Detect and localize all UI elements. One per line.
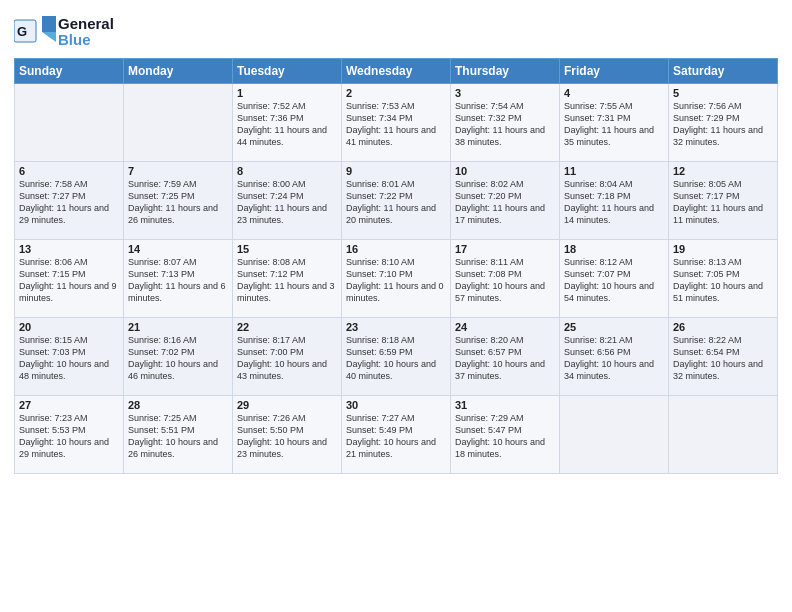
calendar-cell: 12Sunrise: 8:05 AM Sunset: 7:17 PM Dayli…	[669, 162, 778, 240]
cell-content: Sunrise: 7:59 AM Sunset: 7:25 PM Dayligh…	[128, 178, 228, 227]
cell-content: Sunrise: 7:53 AM Sunset: 7:34 PM Dayligh…	[346, 100, 446, 149]
week-row-5: 27Sunrise: 7:23 AM Sunset: 5:53 PM Dayli…	[15, 396, 778, 474]
calendar-cell: 10Sunrise: 8:02 AM Sunset: 7:20 PM Dayli…	[451, 162, 560, 240]
cell-content: Sunrise: 7:58 AM Sunset: 7:27 PM Dayligh…	[19, 178, 119, 227]
calendar-cell	[669, 396, 778, 474]
day-header-monday: Monday	[124, 59, 233, 84]
cell-content: Sunrise: 8:21 AM Sunset: 6:56 PM Dayligh…	[564, 334, 664, 383]
calendar-cell: 26Sunrise: 8:22 AM Sunset: 6:54 PM Dayli…	[669, 318, 778, 396]
day-number: 24	[455, 321, 555, 333]
calendar-cell: 27Sunrise: 7:23 AM Sunset: 5:53 PM Dayli…	[15, 396, 124, 474]
cell-content: Sunrise: 8:01 AM Sunset: 7:22 PM Dayligh…	[346, 178, 446, 227]
cell-content: Sunrise: 7:54 AM Sunset: 7:32 PM Dayligh…	[455, 100, 555, 149]
day-number: 26	[673, 321, 773, 333]
cell-content: Sunrise: 8:20 AM Sunset: 6:57 PM Dayligh…	[455, 334, 555, 383]
week-row-4: 20Sunrise: 8:15 AM Sunset: 7:03 PM Dayli…	[15, 318, 778, 396]
day-number: 20	[19, 321, 119, 333]
calendar-cell: 3Sunrise: 7:54 AM Sunset: 7:32 PM Daylig…	[451, 84, 560, 162]
day-number: 17	[455, 243, 555, 255]
calendar-cell: 6Sunrise: 7:58 AM Sunset: 7:27 PM Daylig…	[15, 162, 124, 240]
cell-content: Sunrise: 7:56 AM Sunset: 7:29 PM Dayligh…	[673, 100, 773, 149]
day-number: 13	[19, 243, 119, 255]
day-number: 7	[128, 165, 228, 177]
calendar-cell: 16Sunrise: 8:10 AM Sunset: 7:10 PM Dayli…	[342, 240, 451, 318]
logo: G General Blue	[14, 14, 114, 50]
day-number: 5	[673, 87, 773, 99]
calendar-cell: 23Sunrise: 8:18 AM Sunset: 6:59 PM Dayli…	[342, 318, 451, 396]
calendar-cell: 9Sunrise: 8:01 AM Sunset: 7:22 PM Daylig…	[342, 162, 451, 240]
cell-content: Sunrise: 8:11 AM Sunset: 7:08 PM Dayligh…	[455, 256, 555, 305]
cell-content: Sunrise: 8:16 AM Sunset: 7:02 PM Dayligh…	[128, 334, 228, 383]
calendar-cell: 18Sunrise: 8:12 AM Sunset: 7:07 PM Dayli…	[560, 240, 669, 318]
day-number: 8	[237, 165, 337, 177]
day-number: 9	[346, 165, 446, 177]
cell-content: Sunrise: 7:23 AM Sunset: 5:53 PM Dayligh…	[19, 412, 119, 461]
cell-content: Sunrise: 8:05 AM Sunset: 7:17 PM Dayligh…	[673, 178, 773, 227]
calendar-cell: 15Sunrise: 8:08 AM Sunset: 7:12 PM Dayli…	[233, 240, 342, 318]
cell-content: Sunrise: 8:13 AM Sunset: 7:05 PM Dayligh…	[673, 256, 773, 305]
cell-content: Sunrise: 8:08 AM Sunset: 7:12 PM Dayligh…	[237, 256, 337, 305]
day-number: 2	[346, 87, 446, 99]
day-header-wednesday: Wednesday	[342, 59, 451, 84]
cell-content: Sunrise: 7:25 AM Sunset: 5:51 PM Dayligh…	[128, 412, 228, 461]
calendar-cell	[560, 396, 669, 474]
day-number: 28	[128, 399, 228, 411]
cell-content: Sunrise: 8:17 AM Sunset: 7:00 PM Dayligh…	[237, 334, 337, 383]
calendar-cell: 28Sunrise: 7:25 AM Sunset: 5:51 PM Dayli…	[124, 396, 233, 474]
day-number: 1	[237, 87, 337, 99]
day-header-tuesday: Tuesday	[233, 59, 342, 84]
calendar-cell: 17Sunrise: 8:11 AM Sunset: 7:08 PM Dayli…	[451, 240, 560, 318]
calendar-cell	[15, 84, 124, 162]
calendar-table: SundayMondayTuesdayWednesdayThursdayFrid…	[14, 58, 778, 474]
svg-marker-3	[42, 32, 56, 42]
calendar-cell: 31Sunrise: 7:29 AM Sunset: 5:47 PM Dayli…	[451, 396, 560, 474]
svg-marker-2	[42, 16, 56, 32]
cell-content: Sunrise: 8:10 AM Sunset: 7:10 PM Dayligh…	[346, 256, 446, 305]
day-header-thursday: Thursday	[451, 59, 560, 84]
week-row-1: 1Sunrise: 7:52 AM Sunset: 7:36 PM Daylig…	[15, 84, 778, 162]
day-number: 25	[564, 321, 664, 333]
day-number: 22	[237, 321, 337, 333]
day-header-sunday: Sunday	[15, 59, 124, 84]
day-number: 4	[564, 87, 664, 99]
logo-blue: Blue	[58, 32, 114, 49]
day-number: 6	[19, 165, 119, 177]
calendar-cell: 30Sunrise: 7:27 AM Sunset: 5:49 PM Dayli…	[342, 396, 451, 474]
calendar-cell: 13Sunrise: 8:06 AM Sunset: 7:15 PM Dayli…	[15, 240, 124, 318]
cell-content: Sunrise: 8:12 AM Sunset: 7:07 PM Dayligh…	[564, 256, 664, 305]
cell-content: Sunrise: 7:55 AM Sunset: 7:31 PM Dayligh…	[564, 100, 664, 149]
calendar-cell: 11Sunrise: 8:04 AM Sunset: 7:18 PM Dayli…	[560, 162, 669, 240]
day-header-friday: Friday	[560, 59, 669, 84]
day-number: 21	[128, 321, 228, 333]
day-number: 11	[564, 165, 664, 177]
cell-content: Sunrise: 8:15 AM Sunset: 7:03 PM Dayligh…	[19, 334, 119, 383]
logo-icon: G	[14, 14, 56, 50]
cell-content: Sunrise: 8:06 AM Sunset: 7:15 PM Dayligh…	[19, 256, 119, 305]
day-number: 16	[346, 243, 446, 255]
day-number: 29	[237, 399, 337, 411]
calendar-cell: 14Sunrise: 8:07 AM Sunset: 7:13 PM Dayli…	[124, 240, 233, 318]
cell-content: Sunrise: 7:29 AM Sunset: 5:47 PM Dayligh…	[455, 412, 555, 461]
day-number: 18	[564, 243, 664, 255]
day-number: 12	[673, 165, 773, 177]
day-header-saturday: Saturday	[669, 59, 778, 84]
calendar-cell: 4Sunrise: 7:55 AM Sunset: 7:31 PM Daylig…	[560, 84, 669, 162]
day-number: 19	[673, 243, 773, 255]
cell-content: Sunrise: 7:26 AM Sunset: 5:50 PM Dayligh…	[237, 412, 337, 461]
calendar-cell	[124, 84, 233, 162]
day-number: 14	[128, 243, 228, 255]
calendar-cell: 20Sunrise: 8:15 AM Sunset: 7:03 PM Dayli…	[15, 318, 124, 396]
day-number: 27	[19, 399, 119, 411]
week-row-2: 6Sunrise: 7:58 AM Sunset: 7:27 PM Daylig…	[15, 162, 778, 240]
calendar-cell: 7Sunrise: 7:59 AM Sunset: 7:25 PM Daylig…	[124, 162, 233, 240]
cell-content: Sunrise: 8:07 AM Sunset: 7:13 PM Dayligh…	[128, 256, 228, 305]
calendar-cell: 1Sunrise: 7:52 AM Sunset: 7:36 PM Daylig…	[233, 84, 342, 162]
day-number: 30	[346, 399, 446, 411]
day-number: 10	[455, 165, 555, 177]
day-number: 15	[237, 243, 337, 255]
calendar-cell: 2Sunrise: 7:53 AM Sunset: 7:34 PM Daylig…	[342, 84, 451, 162]
cell-content: Sunrise: 7:52 AM Sunset: 7:36 PM Dayligh…	[237, 100, 337, 149]
day-number: 31	[455, 399, 555, 411]
calendar-header: SundayMondayTuesdayWednesdayThursdayFrid…	[15, 59, 778, 84]
calendar-cell: 25Sunrise: 8:21 AM Sunset: 6:56 PM Dayli…	[560, 318, 669, 396]
